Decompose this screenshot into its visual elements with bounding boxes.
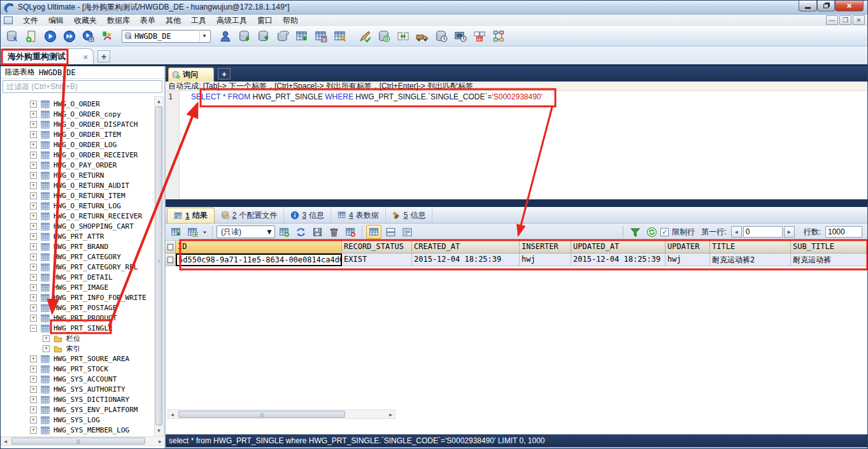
result-tab-2[interactable]: 2个配置文件 [215, 208, 285, 223]
grid-cell[interactable]: 耐克运动裤 [791, 253, 867, 266]
menu-item-3[interactable]: 数据库 [102, 15, 135, 25]
grid-cell[interactable]: hwj [665, 253, 710, 266]
tree-item[interactable]: +HWG_SYS_DICTIONARY [1, 394, 153, 404]
result-tab-1[interactable]: 1结果 [167, 208, 215, 223]
backup-database-button[interactable] [236, 28, 253, 45]
minimize-button[interactable] [799, 1, 817, 11]
column-header[interactable]: SUB_TITLE [791, 241, 867, 253]
editor-result-splitter[interactable] [166, 199, 867, 207]
tree-item[interactable]: +HWG_PRT_IMAGE [1, 282, 153, 292]
expand-icon[interactable]: + [43, 335, 50, 342]
sql-editor[interactable]: 1 SELECT * FROM HWG_PRT_SINGLE WHERE HWG… [166, 91, 867, 199]
tree-item[interactable]: +HWG_SYS_AUTHORITY [1, 384, 153, 394]
tree-item[interactable]: +HWG_O_ORDER_RECEIVER [1, 150, 153, 160]
tree-item[interactable]: +HWG_PRT_POSTAGE [1, 303, 153, 313]
grid-cell[interactable]: EXIST [342, 253, 412, 266]
grid-cell[interactable]: 2015-12-04 18:25:39 [412, 253, 520, 266]
tree-item[interactable]: +HWG_PRT_PRODUCT [1, 313, 153, 323]
expand-icon[interactable]: + [30, 121, 37, 128]
first-row-increment[interactable]: ► [784, 226, 795, 238]
tree-item[interactable]: +HWG_O_SHOPPING_CART [1, 221, 153, 231]
scroll-up-icon[interactable]: ▲ [155, 97, 163, 106]
database-selector[interactable]: HWGDB_DE▼ [122, 30, 211, 43]
grid-hscroll-thumb[interactable]: ||| [178, 411, 345, 418]
expand-icon[interactable]: + [30, 141, 37, 148]
tree-vscroll-thumb[interactable]: ≡ [155, 106, 162, 425]
tree-item[interactable]: +HWG_PRT_CATEGORY_REL [1, 262, 153, 272]
expand-icon[interactable]: + [30, 152, 37, 159]
column-header[interactable]: UPDATED_AT [571, 241, 665, 253]
expand-icon[interactable]: + [30, 386, 37, 393]
tree-item[interactable]: +HWG_O_PAY_ORDER [1, 160, 153, 170]
grid-cell[interactable]: 5d550c98-9a71-11e5-8634-00e0814ca4d0 [176, 253, 342, 266]
menu-item-2[interactable]: 收藏夹 [69, 15, 102, 25]
execute-all-button[interactable] [60, 28, 78, 45]
select-all-checkbox[interactable] [166, 241, 176, 253]
close-button[interactable]: ✕ [835, 1, 864, 11]
format-query-button[interactable] [356, 28, 373, 45]
tree-vscrollbar[interactable]: ▲ ≡ ▼ [154, 96, 164, 436]
column-header[interactable]: INSERTER [520, 241, 571, 253]
row-checkbox[interactable] [166, 253, 176, 266]
expand-icon[interactable]: + [30, 192, 37, 199]
expand-icon[interactable]: + [30, 253, 37, 260]
tree-item[interactable]: +HWG_PRT_STOCK [1, 364, 153, 374]
text-view-toggle[interactable] [399, 225, 415, 239]
refresh-object-browser-button[interactable] [99, 28, 116, 45]
expand-icon[interactable]: + [30, 284, 37, 291]
refresh-icon[interactable] [644, 225, 659, 239]
mdi-close-button[interactable]: ✕ [853, 15, 865, 25]
grid-scroll-right-icon[interactable]: ► [387, 410, 395, 419]
execute-query-button[interactable] [41, 28, 59, 45]
expand-icon[interactable]: + [30, 355, 37, 362]
tree-item[interactable]: +HWG_O_ORDER_DISPATCH [1, 119, 153, 129]
grid-cell[interactable]: 2015-12-04 18:25:39 [571, 253, 665, 266]
column-header[interactable]: ID [176, 241, 342, 253]
refresh-data-button[interactable] [293, 225, 308, 239]
limit-rows-checkbox[interactable]: ✓ [660, 228, 669, 236]
manage-users-button[interactable] [217, 28, 234, 45]
form-view-toggle[interactable] [383, 225, 398, 239]
grid-cell[interactable]: 耐克运动裤2 [710, 253, 791, 266]
expand-icon[interactable]: + [30, 172, 37, 179]
tree-item[interactable]: +栏位 [1, 333, 153, 343]
menu-item-0[interactable]: 文件 [18, 15, 43, 25]
sql-code[interactable]: SELECT * FROM HWG_PRT_SINGLE WHERE HWG_P… [180, 91, 543, 199]
filter-funnel-icon[interactable] [627, 225, 643, 239]
grid-view-toggle[interactable] [366, 225, 381, 239]
data-calc-button[interactable] [312, 28, 329, 45]
import-data-button[interactable] [274, 28, 291, 45]
tree-item[interactable]: +HWG_O_RETURN_AUDIT [1, 180, 153, 190]
export-resultset-button[interactable] [168, 225, 183, 239]
new-query-tab-button[interactable]: + [218, 68, 231, 80]
tree-item[interactable]: +HWG_PRT_CATEGORY [1, 252, 153, 262]
column-header[interactable]: UPDATER [665, 241, 710, 253]
restore-button[interactable] [817, 1, 835, 11]
schema-sync-button[interactable] [471, 28, 488, 45]
chevron-down-icon[interactable] [201, 229, 208, 236]
tree-item[interactable]: +HWG_O_RETURN_ITEM [1, 190, 153, 201]
tab-query[interactable]: 询问 [168, 68, 214, 82]
menu-item-4[interactable]: 表单 [135, 15, 160, 25]
expand-icon[interactable]: + [30, 304, 37, 311]
mdi-minimize-button[interactable]: — [826, 15, 838, 25]
menu-item-7[interactable]: 高级工具 [211, 15, 252, 25]
chevron-down-icon[interactable]: ▼ [199, 31, 209, 41]
tree-item[interactable]: +HWG_O_RETURN_RECEIVER [1, 211, 153, 221]
menu-item-6[interactable]: 工具 [186, 15, 211, 25]
export-table-button[interactable] [293, 28, 310, 45]
tree-hscrollbar[interactable]: ◄ ||| ► [1, 436, 165, 446]
tree-item[interactable]: +HWG_O_ORDER_copy [1, 109, 153, 119]
tree-item[interactable]: +HWG_PRT_DETAIL [1, 272, 153, 282]
new-query-button[interactable] [22, 28, 39, 45]
scheduled-backup-button[interactable] [432, 28, 450, 45]
tree-item[interactable]: +索引 [1, 343, 153, 353]
menu-item-1[interactable]: 编辑 [43, 15, 69, 25]
tree-item[interactable]: +HWG_O_RETURN [1, 170, 153, 180]
expand-icon[interactable]: + [30, 396, 37, 403]
expand-icon[interactable]: + [30, 203, 37, 210]
save-changes-button[interactable] [309, 225, 325, 239]
expand-icon[interactable]: + [30, 243, 37, 250]
expand-icon[interactable]: + [30, 406, 37, 413]
tree-item[interactable]: +HWG_O_ORDER_ITEM [1, 129, 153, 139]
